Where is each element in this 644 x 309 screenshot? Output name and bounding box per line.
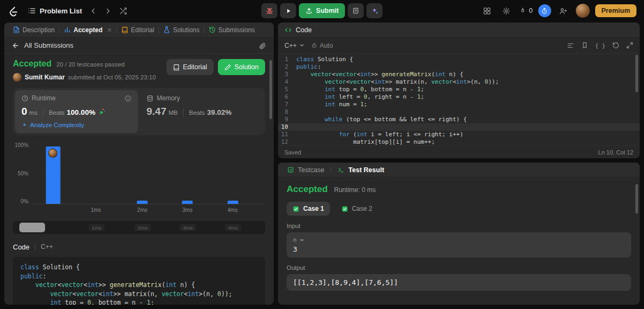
submitted-timestamp: submitted at Oct 05, 2025 23:10: [68, 74, 156, 80]
line-number: 8: [278, 108, 296, 116]
author-avatar[interactable]: [13, 73, 21, 82]
timer-button[interactable]: [538, 4, 551, 17]
author-name[interactable]: Sumit Kumar: [25, 73, 65, 81]
output-box[interactable]: [[1,2,3],[8,9,4],[7,6,5]]: [287, 274, 631, 291]
analyze-complexity-link[interactable]: Analyze Complexity: [21, 122, 131, 128]
reset-code-icon[interactable]: [612, 42, 619, 49]
prev-problem-button[interactable]: [86, 4, 100, 18]
format-code-icon[interactable]: [567, 42, 574, 49]
chart-x-tick: 2ms: [137, 207, 148, 213]
chart-y-tick: 100%: [14, 142, 28, 148]
case-2-button[interactable]: Case 2: [335, 202, 378, 216]
divider: [35, 244, 35, 250]
settings-button[interactable]: [500, 4, 514, 18]
tab-editorial[interactable]: Editorial: [117, 23, 158, 37]
tab-label: Description: [23, 26, 55, 34]
play-icon: [284, 8, 291, 14]
test-result-tab-label: Test Result: [348, 166, 384, 174]
fullscreen-icon[interactable]: [626, 42, 633, 49]
auto-save-toggle[interactable]: Auto: [311, 42, 333, 49]
submitted-code-block[interactable]: class Solution {public: vector<vector<in…: [13, 257, 265, 305]
problem-list-label: Problem List: [40, 7, 82, 15]
terminal-icon: [338, 166, 345, 173]
runtime-stat-cell[interactable]: Runtime 0 ms Beats 100.00%: [15, 90, 138, 133]
code-line: vector<vector<int>> matrix(n, vector<int…: [20, 290, 258, 299]
bookmark-icon[interactable]: [581, 42, 588, 49]
problem-list-button[interactable]: Problem List: [24, 3, 85, 18]
cloud-upload-icon: [305, 7, 313, 14]
streak-counter[interactable]: 0: [519, 7, 533, 14]
run-submit-cluster: Submit: [261, 3, 383, 18]
chart-x-tick: 3ms: [182, 207, 193, 213]
chart-plot-column: 1ms2ms3ms4ms: [33, 142, 265, 214]
chart-bar-0ms[interactable]: [46, 146, 60, 204]
tab-divider: [331, 167, 331, 173]
braces-icon[interactable]: [595, 42, 605, 49]
scrollbar-thumb[interactable]: [635, 184, 638, 214]
submission-panel: Description Accepted Editorial Solutions: [4, 23, 274, 305]
chart-bar-3ms[interactable]: [182, 201, 193, 204]
stats-card: Runtime 0 ms Beats 100.00%: [13, 88, 265, 135]
tab-testcase[interactable]: Testcase: [284, 163, 327, 177]
attachment-button[interactable]: [259, 42, 266, 49]
ai-assistant-button[interactable]: [367, 3, 383, 18]
case-1-button[interactable]: Case 1: [287, 202, 330, 216]
user-avatar[interactable]: [576, 4, 590, 18]
tab-submissions[interactable]: Submissions: [204, 23, 259, 37]
line-number: 2: [278, 63, 296, 71]
chevron-left-icon: [89, 7, 97, 15]
chart-bar-4ms[interactable]: [228, 201, 238, 204]
code-editor[interactable]: 1class Solution {2public:3 vector<vector…: [278, 54, 640, 145]
solution-button-label: Solution: [235, 63, 259, 71]
shuffle-button[interactable]: [116, 4, 130, 18]
submit-button[interactable]: Submit: [299, 3, 345, 18]
back-to-submissions-button[interactable]: All Submissions: [12, 41, 74, 49]
language-selector[interactable]: C++: [284, 42, 305, 49]
line-number: 1: [278, 56, 296, 63]
memory-label: Memory: [157, 94, 180, 102]
close-tab-icon[interactable]: [107, 27, 112, 33]
tab-test-result[interactable]: Test Result: [335, 163, 386, 177]
runtime-label: Runtime: [32, 94, 56, 102]
case-selector: Case 1 Case 2: [287, 202, 631, 216]
editorial-book-icon: [121, 26, 128, 33]
paperclip-icon: [259, 42, 266, 49]
code-icon: [284, 26, 292, 34]
shuffle-icon: [119, 7, 127, 15]
memory-stat-cell[interactable]: Memory 9.47 MB Beats 39.02%: [140, 90, 263, 133]
tab-solutions[interactable]: Solutions: [159, 23, 203, 37]
chart-x-axis: 1ms2ms3ms4ms: [33, 204, 265, 214]
debug-button[interactable]: [261, 3, 277, 18]
notes-button[interactable]: [348, 3, 364, 18]
scrollbar-thumb[interactable]: [635, 55, 638, 92]
output-value: [[1,2,3],[8,9,4],[7,6,5]]: [293, 278, 625, 286]
tab-accepted[interactable]: Accepted: [60, 23, 116, 37]
input-value: 3: [293, 245, 625, 253]
leetcode-app: Problem List Submit: [0, 0, 644, 309]
topbar-right: 0 Premium: [480, 4, 636, 18]
editorial-button[interactable]: Editorial: [166, 59, 214, 75]
gridline-100: [33, 142, 265, 143]
info-icon[interactable]: [125, 95, 131, 102]
code-section-header: Code C++: [13, 242, 265, 252]
code-line: class Solution {: [20, 263, 258, 272]
code-line: 9 while (top <= bottom && left <= right)…: [278, 116, 640, 123]
chart-range-slider[interactable]: 1ms2ms3ms4ms: [13, 221, 265, 234]
next-problem-button[interactable]: [101, 4, 115, 18]
invite-collaborator-button[interactable]: [557, 4, 570, 18]
scrollbar-thumb[interactable]: [269, 60, 272, 119]
chart-bar-2ms[interactable]: [137, 201, 148, 204]
run-button[interactable]: [280, 3, 296, 18]
input-box[interactable]: n = 3: [287, 232, 631, 258]
submission-status: Accepted: [13, 59, 52, 69]
solution-button[interactable]: Solution: [218, 59, 265, 75]
code-line: public:: [20, 272, 258, 281]
streak-count: 0: [529, 7, 533, 14]
layout-button[interactable]: [480, 4, 494, 18]
code-section-label: Code: [13, 243, 30, 251]
tab-description[interactable]: Description: [9, 23, 59, 37]
leetcode-logo-icon[interactable]: [8, 5, 19, 17]
case-label: Case 2: [352, 205, 372, 212]
slider-handle[interactable]: [19, 223, 45, 232]
premium-button[interactable]: Premium: [595, 4, 637, 17]
